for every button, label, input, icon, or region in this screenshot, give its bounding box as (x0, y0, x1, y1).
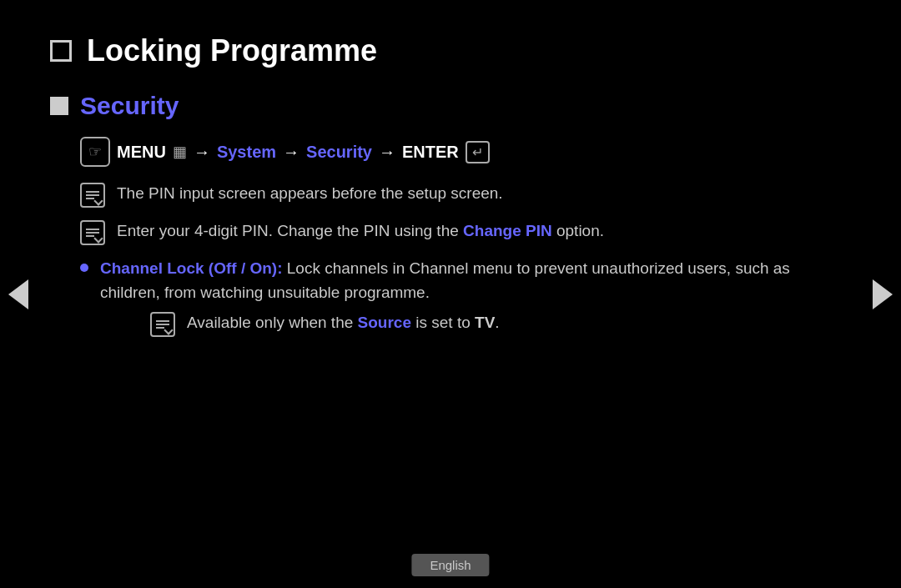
note-icon-2 (80, 220, 105, 245)
menu-system: System (217, 143, 276, 162)
menu-security: Security (306, 143, 372, 162)
menu-enter-label: ENTER (402, 143, 459, 162)
menu-bars-icon: ▦ (173, 143, 187, 161)
section-title-row: Security (50, 92, 834, 120)
bullet-content: Channel Lock (Off / On): Lock channels i… (100, 257, 834, 337)
language-bar: English (411, 554, 489, 576)
source-highlight: Source (358, 314, 411, 331)
note-text-1: The PIN input screen appears before the … (117, 182, 503, 206)
channel-lock-highlight: Channel Lock (Off / On): (100, 259, 283, 277)
note-icon-1 (80, 183, 105, 208)
page-title: Locking Programme (87, 33, 377, 68)
nav-arrow-left[interactable] (8, 279, 28, 309)
arrow3: → (379, 143, 395, 162)
nav-arrow-right[interactable] (873, 279, 893, 309)
checkbox-icon (50, 40, 72, 62)
menu-prefix: MENU (117, 143, 166, 162)
menu-finger-icon: ☞ (80, 137, 110, 167)
menu-path-row: ☞ MENU ▦ → System → Security → ENTER ↵ (80, 137, 834, 167)
section-title: Security (80, 92, 179, 120)
note-row-2: Enter your 4-digit PIN. Change the PIN u… (80, 219, 834, 245)
note-row-1: The PIN input screen appears before the … (80, 182, 834, 208)
arrow1: → (194, 143, 210, 162)
arrow2: → (283, 143, 299, 162)
bullet-dot (80, 264, 88, 272)
sub-note-row: Available only when the Source is set to… (150, 311, 834, 337)
main-content: Locking Programme Security ☞ MENU ▦ → Sy… (0, 0, 901, 370)
sub-note-text: Available only when the Source is set to… (187, 311, 500, 335)
tv-highlight: TV (475, 314, 495, 331)
bullet-row-1: Channel Lock (Off / On): Lock channels i… (80, 257, 834, 337)
filled-square-icon (50, 97, 68, 115)
page-title-row: Locking Programme (50, 33, 834, 68)
change-pin-highlight: Change PIN (463, 222, 552, 239)
note-text-2: Enter your 4-digit PIN. Change the PIN u… (117, 219, 604, 244)
note-icon-3 (150, 312, 175, 337)
enter-icon: ↵ (466, 141, 490, 163)
